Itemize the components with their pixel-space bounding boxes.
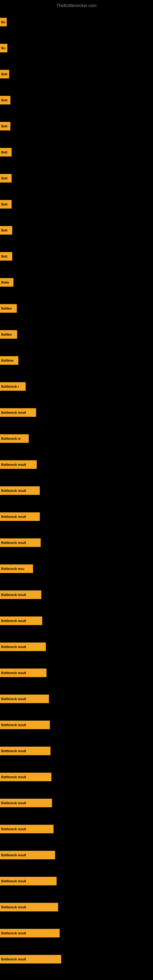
bar-row: Bottleneck result — [0, 452, 153, 478]
bar-item: Bott — [0, 96, 10, 105]
bar-label: Bottleneck result — [1, 802, 26, 805]
bar-row: Bott — [0, 139, 153, 165]
bar-item: Bottleneck result — [0, 538, 41, 547]
bar-label: Bott — [1, 73, 7, 76]
bar-row: Bottleneck result — [0, 582, 153, 608]
bar-row: Bott — [0, 113, 153, 139]
bar-label: Bottleneck result — [1, 645, 26, 649]
bar-row: Bo — [0, 35, 153, 61]
bar-label: Bottlen — [1, 307, 12, 310]
bar-item: Bottleneck result — [0, 929, 60, 937]
bar-item: Bott — [0, 226, 12, 235]
bar-row: Bo — [0, 9, 153, 35]
bar-item: Bottleneck result — [0, 877, 57, 885]
bar-label: Bott — [1, 151, 7, 154]
bar-item: Bottleneck re — [0, 434, 29, 443]
bar-label: Bottleneck result — [1, 515, 26, 519]
bar-label: Bottleneck result — [1, 775, 26, 779]
bar-row: Bottleneck r — [0, 374, 153, 400]
bar-label: Bottleneck resu — [1, 567, 24, 571]
bars-container: BoBoBottBottBottBottBottBottBottBottBott… — [0, 9, 153, 972]
bar-label: Bottleneck re — [1, 437, 21, 441]
bar-label: Bottleneck result — [1, 854, 26, 857]
bar-item: Bottleneck result — [0, 408, 36, 417]
bar-label: Bottleneck result — [1, 671, 26, 675]
bar-item: Bott — [0, 148, 12, 156]
bar-row: Bottleneck result — [0, 868, 153, 894]
bar-item: Bottleneck result — [0, 616, 42, 625]
bar-item: Bottleneck result — [0, 799, 52, 807]
bar-item: Bottleneck result — [0, 460, 37, 469]
bar-label: Bottleneck result — [1, 593, 26, 597]
bar-label: Bottleneck result — [1, 697, 26, 701]
bar-item: Bott — [0, 70, 9, 78]
bar-item: Bottleneck result — [0, 773, 51, 781]
bar-row: Bottleneck result — [0, 712, 153, 738]
bar-row: Bottleneck result — [0, 660, 153, 686]
bar-item: Bottleneck result — [0, 903, 58, 912]
bar-row: Bott — [0, 165, 153, 191]
bar-item: Bottleneck result — [0, 486, 40, 495]
bar-item: Bo — [0, 44, 7, 52]
bar-item: Bottleneck result — [0, 643, 46, 651]
bar-label: Bott — [1, 203, 7, 206]
bar-item: Bottleneck result — [0, 695, 49, 703]
bar-label: Bott — [1, 99, 7, 102]
bar-item: Bottleneck result — [0, 747, 51, 755]
bar-item: Bottleneck resu — [0, 565, 33, 573]
bar-label: Bottleneck result — [1, 723, 26, 727]
bar-item: Bottleneck result — [0, 955, 61, 964]
bar-item: Bott — [0, 252, 12, 261]
bar-label: Bottleneck result — [1, 827, 26, 831]
bar-label: Bott — [1, 255, 7, 258]
bar-label: Bottleneck result — [1, 541, 26, 544]
bar-row: Botte — [0, 269, 153, 296]
bar-row: Bottleneck result — [0, 504, 153, 530]
bar-label: Bott — [1, 229, 7, 232]
bar-label: Bottleneck result — [1, 749, 26, 753]
bar-item: Bott — [0, 122, 10, 130]
bar-item: Bottlen — [0, 330, 17, 339]
bar-label: Bottlen — [1, 333, 12, 336]
bar-item: Botte — [0, 278, 13, 286]
bar-row: Bottleneck re — [0, 426, 153, 452]
bar-row: Bottleneck result — [0, 400, 153, 426]
bar-item: Bottleneck result — [0, 512, 40, 521]
bar-item: Bottleneck result — [0, 851, 55, 859]
bar-item: Bottleneck result — [0, 825, 54, 833]
bar-item: Bottleneck result — [0, 721, 50, 729]
bar-label: Bott — [1, 177, 7, 180]
bar-row: Bottleneck result — [0, 478, 153, 504]
bar-row: Bottleneck result — [0, 920, 153, 946]
bar-label: Bo — [1, 21, 5, 24]
bar-label: Bottleneck result — [1, 489, 26, 492]
bar-row: Bottlen — [0, 321, 153, 348]
bar-label: Bottlene — [1, 359, 13, 362]
bar-item: Bottlene — [0, 356, 18, 365]
bar-row: Bottleneck result — [0, 790, 153, 816]
bar-row: Bottleneck resu — [0, 556, 153, 582]
bar-row: Bottleneck result — [0, 764, 153, 790]
bar-row: Bottleneck result — [0, 842, 153, 868]
bar-row: Bottleneck result — [0, 634, 153, 660]
bar-label: Bottleneck result — [1, 411, 26, 414]
bar-row: Bottleneck result — [0, 946, 153, 972]
bar-label: Bottleneck r — [1, 385, 19, 388]
site-title: TheBottlenecker.com — [0, 1, 153, 9]
bar-row: Bottlene — [0, 348, 153, 374]
bar-row: Bott — [0, 218, 153, 243]
bar-item: Bott — [0, 200, 12, 208]
bar-row: Bott — [0, 191, 153, 218]
bar-label: Bottleneck result — [1, 619, 26, 623]
bar-label: Botte — [1, 281, 9, 284]
bar-row: Bottleneck result — [0, 686, 153, 712]
bar-label: Bott — [1, 125, 7, 128]
bar-row: Bott — [0, 243, 153, 269]
bar-item: Bott — [0, 174, 12, 183]
bar-row: Bottleneck result — [0, 894, 153, 920]
bar-label: Bottleneck result — [1, 905, 26, 909]
bar-row: Bott — [0, 61, 153, 87]
bar-item: Bottleneck result — [0, 590, 41, 599]
bar-label: Bottleneck result — [1, 958, 26, 961]
bar-label: Bottleneck result — [1, 932, 26, 935]
